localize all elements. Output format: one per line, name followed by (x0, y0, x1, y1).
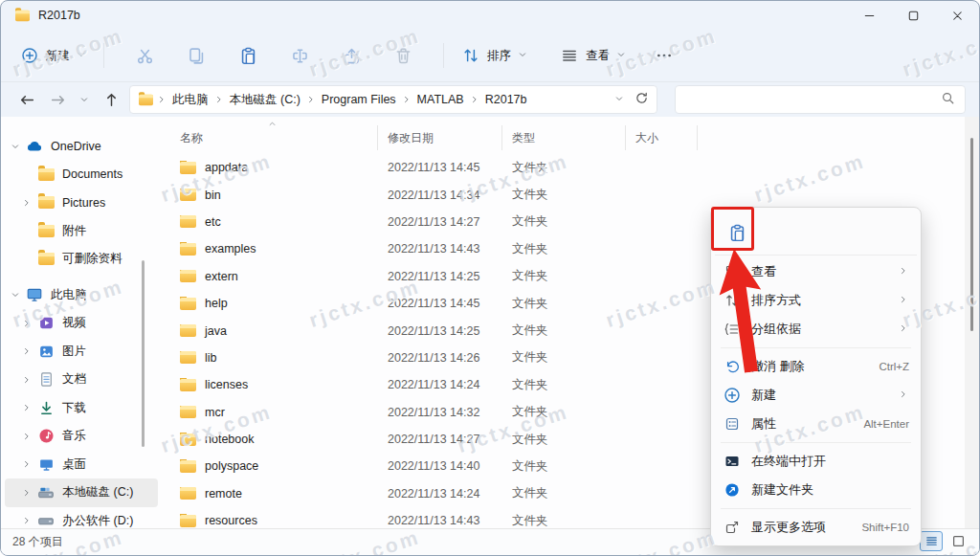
column-header-label: 名称 (180, 130, 203, 146)
share-button[interactable] (332, 38, 370, 73)
forward-button[interactable] (45, 87, 70, 112)
chevron-right-icon[interactable] (18, 197, 35, 209)
history-chevron-button[interactable] (76, 87, 93, 112)
chevron-right-icon[interactable] (18, 402, 35, 413)
menu-item-new[interactable]: 新建 (715, 381, 917, 410)
search-input[interactable] (685, 92, 941, 107)
menu-item-show-more-options[interactable]: 显示更多选项 Shift+F10 (715, 513, 917, 542)
menu-separator (721, 347, 911, 348)
sidebar-item-downloads[interactable]: 下载 (5, 394, 158, 423)
menu-item-label: 分组依据 (751, 321, 801, 338)
paste-button[interactable] (719, 215, 755, 252)
rename-button[interactable] (280, 38, 319, 73)
breadcrumb-item-0[interactable]: 此电脑 (167, 89, 213, 111)
menu-item-group-by[interactable]: 分组依据 (715, 315, 917, 344)
chevron-right-icon[interactable] (18, 458, 35, 470)
file-type-cell: 文件夹 (502, 322, 626, 339)
file-name-cell: notebook (164, 433, 378, 446)
chevron-right-icon[interactable] (18, 431, 35, 442)
column-header-2[interactable]: 类型 (502, 125, 626, 150)
file-date-cell: 2022/11/13 14:32 (378, 406, 502, 419)
sidebar-item-pictures-lib[interactable]: 图片 (5, 338, 158, 367)
sidebar-item-onedrive[interactable]: OneDrive (5, 132, 158, 161)
breadcrumb-item-2[interactable]: Program Files (317, 90, 401, 109)
titlebar: R2017b (1, 1, 979, 30)
file-row-appdata[interactable]: appdata 2022/11/13 14:45 文件夹 (164, 154, 979, 181)
menu-item-properties[interactable]: 属性 Alt+Enter (715, 410, 917, 438)
chevron-right-icon[interactable] (18, 515, 35, 526)
sidebar-scrollbar[interactable] (142, 260, 145, 447)
back-button[interactable] (14, 87, 39, 112)
file-type-cell: 文件夹 (502, 160, 626, 176)
more-options-button[interactable] (645, 38, 683, 73)
column-header-3[interactable]: 大小 (626, 125, 698, 150)
chevron-right-icon[interactable] (18, 345, 35, 357)
maximize-button[interactable] (891, 1, 935, 30)
file-date-cell: 2022/11/13 14:27 (378, 433, 502, 446)
sidebar-item-music[interactable]: 音乐 (5, 422, 158, 451)
file-type-cell: 文件夹 (502, 349, 626, 366)
breadcrumb-item-3[interactable]: MATLAB (412, 90, 469, 109)
file-type-cell: 文件夹 (502, 377, 626, 393)
sidebar-item-this-pc[interactable]: 此电脑 (5, 281, 158, 310)
column-header-1[interactable]: 修改日期 (378, 125, 502, 150)
copy-button[interactable] (177, 38, 215, 73)
breadcrumb[interactable]: 此电脑本地磁盘 (C:)Program FilesMATLABR2017b (129, 85, 657, 114)
file-row-bin[interactable]: bin 2022/11/13 14:34 文件夹 (164, 181, 979, 208)
sort-button[interactable]: 排序 (452, 38, 537, 73)
drive-c-icon (37, 484, 55, 501)
sidebar-item-videos[interactable]: 视频 (5, 309, 158, 338)
close-button[interactable] (935, 1, 979, 30)
scrollbar-thumb[interactable] (970, 138, 973, 331)
chevron-right-icon[interactable] (18, 318, 35, 329)
menu-item-sort-by[interactable]: 排序方式 (715, 286, 917, 315)
chevron-down-icon[interactable] (613, 91, 625, 108)
breadcrumb-item-1[interactable]: 本地磁盘 (C:) (225, 89, 305, 111)
cut-button[interactable] (125, 38, 164, 73)
column-header-0[interactable]: 名称 (164, 125, 378, 150)
details-view-toggle[interactable] (920, 531, 943, 551)
toolbar: 新建 排序 查看 (1, 30, 979, 82)
breadcrumb-item-4[interactable]: R2017b (480, 90, 532, 109)
sidebar-item-desktop[interactable]: 桌面 (5, 451, 158, 479)
folder-icon (180, 351, 196, 364)
sidebar-item-label: 音乐 (62, 428, 86, 444)
new-button[interactable]: 新建 (11, 38, 96, 73)
chevron-down-icon[interactable] (7, 289, 24, 300)
delete-button[interactable] (384, 38, 422, 73)
menu-item-open-in-terminal[interactable]: 在终端中打开 (715, 447, 917, 476)
file-date-cell: 2022/11/13 14:45 (378, 297, 502, 310)
file-name-cell: bin (164, 189, 378, 202)
item-count: 28 个项目 (12, 534, 63, 550)
chevron-right-icon (305, 94, 317, 105)
menu-item-undo-delete[interactable]: 撤消 删除 Ctrl+Z (715, 352, 917, 381)
search-box[interactable] (675, 85, 966, 114)
sidebar-item-removable-data[interactable]: 可删除资料 (5, 245, 158, 274)
menu-item-view[interactable]: 查看 (715, 257, 917, 286)
view-button[interactable]: 查看 (550, 38, 635, 73)
file-type-cell: 文件夹 (502, 187, 626, 203)
window-title: R2017b (38, 9, 80, 22)
chevron-right-icon[interactable] (18, 487, 35, 499)
up-button[interactable] (99, 87, 123, 112)
sidebar-item-drive-c[interactable]: 本地磁盘 (C:) (5, 478, 158, 507)
paste-button[interactable] (229, 38, 267, 73)
plus-circle-icon (19, 45, 40, 66)
refresh-icon[interactable] (635, 91, 649, 109)
minimize-button[interactable] (847, 1, 891, 30)
chevron-down-icon[interactable] (7, 141, 24, 152)
sidebar-item-drive-d[interactable]: 办公软件 (D:) (5, 507, 158, 529)
sidebar-item-pictures[interactable]: Pictures (5, 189, 158, 217)
file-type-cell: 文件夹 (502, 432, 626, 448)
menu-item-new-folder[interactable]: 新建文件夹 (715, 476, 917, 504)
plus-circle-icon (724, 387, 741, 404)
file-list-scrollbar[interactable] (965, 117, 979, 528)
sidebar-item-attachments[interactable]: 附件 (5, 217, 158, 246)
large-icons-view-toggle[interactable] (947, 531, 969, 551)
chevron-right-icon[interactable] (18, 374, 35, 386)
group-icon (724, 322, 740, 337)
breadcrumb-items: 此电脑本地磁盘 (C:)Program FilesMATLABR2017b (156, 89, 532, 111)
file-date-cell: 2022/11/13 14:24 (378, 378, 502, 391)
sidebar-item-documents[interactable]: Documents (5, 161, 158, 189)
sidebar-item-documents-lib[interactable]: 文档 (5, 366, 158, 394)
